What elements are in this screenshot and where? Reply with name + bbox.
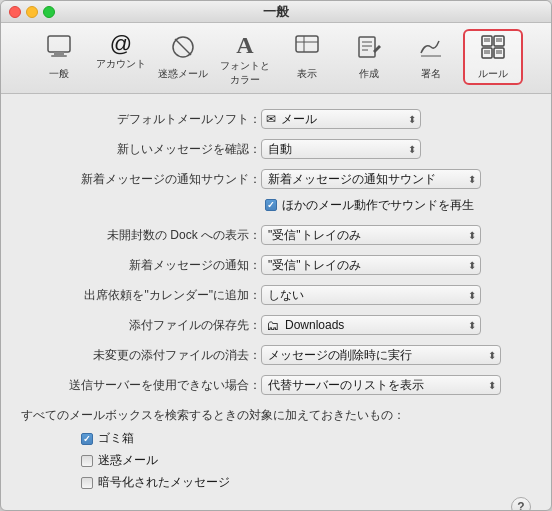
toolbar-item-fonts[interactable]: A フォントとカラー	[215, 29, 275, 91]
select-calendar-invite[interactable]: しない ⬍	[261, 285, 481, 305]
content-area: デフォルトメールソフト： ✉ メール ⬍ 新しいメッセージを確認： 自動 ⬍ 新…	[1, 94, 551, 510]
label-check-messages: 新しいメッセージを確認：	[21, 141, 261, 158]
select-arrow-icon8: ⬍	[488, 350, 496, 361]
signature-icon	[417, 33, 445, 65]
window-title: 一般	[263, 3, 289, 21]
compose-icon	[355, 33, 383, 65]
label-remove-attachments: 未変更の添付ファイルの消去：	[21, 347, 261, 364]
toolbar-item-compose[interactable]: 作成	[339, 29, 399, 85]
label-junk: 迷惑メール	[98, 452, 158, 469]
svg-rect-8	[359, 37, 375, 57]
general-icon	[45, 33, 73, 65]
toolbar-item-view[interactable]: 表示	[277, 29, 337, 85]
select-arrow-icon7: ⬍	[468, 320, 476, 331]
toolbar-label-compose: 作成	[359, 67, 379, 81]
select-new-notification-value: "受信"トレイのみ	[266, 257, 464, 274]
junk-icon	[169, 33, 197, 65]
row-check-messages: 新しいメッセージを確認： 自動 ⬍	[21, 138, 531, 160]
select-arrow-icon: ⬍	[408, 114, 416, 125]
select-default-mail[interactable]: ✉ メール ⬍	[261, 109, 421, 129]
label-calendar-invite: 出席依頼を"カレンダー"に追加：	[21, 287, 261, 304]
toolbar-item-general[interactable]: 一般	[29, 29, 89, 85]
toolbar-label-signature: 署名	[421, 67, 441, 81]
close-button[interactable]	[9, 6, 21, 18]
label-trash: ゴミ箱	[98, 430, 134, 447]
checkbox-row-trash: ゴミ箱	[81, 430, 531, 447]
select-check-messages[interactable]: 自動 ⬍	[261, 139, 421, 159]
toolbar-label-junk: 迷惑メール	[158, 67, 208, 81]
row-sound-checkbox: ほかのメール動作でサウンドを再生	[265, 194, 531, 216]
svg-rect-2	[51, 55, 67, 57]
label-sound-checkbox: ほかのメール動作でサウンドを再生	[282, 197, 474, 214]
toolbar-item-junk[interactable]: 迷惑メール	[153, 29, 213, 85]
row-notification-sound: 新着メッセージの通知サウンド： 新着メッセージの通知サウンド ⬍	[21, 168, 531, 190]
toolbar-item-rules[interactable]: ルール	[463, 29, 523, 85]
checkbox-sound[interactable]	[265, 199, 277, 211]
label-new-notification: 新着メッセージの通知：	[21, 257, 261, 274]
label-default-mail: デフォルトメールソフト：	[21, 111, 261, 128]
row-section-header: すべてのメールボックスを検索するときの対象に加えておきたいもの：	[21, 404, 531, 426]
row-remove-attachments: 未変更の添付ファイルの消去： メッセージの削除時に実行 ⬍	[21, 344, 531, 366]
toolbar-item-accounts[interactable]: @ アカウント	[91, 29, 151, 75]
svg-rect-5	[296, 36, 318, 52]
select-new-notification[interactable]: "受信"トレイのみ ⬍	[261, 255, 481, 275]
checkbox-row-junk: 迷惑メール	[81, 452, 531, 469]
minimize-button[interactable]	[26, 6, 38, 18]
select-dock-badge-value: "受信"トレイのみ	[266, 227, 464, 244]
checkbox-row-encrypted: 暗号化されたメッセージ	[81, 474, 531, 491]
accounts-icon: @	[110, 33, 132, 55]
help-row: ?	[21, 497, 531, 510]
row-new-notification: 新着メッセージの通知： "受信"トレイのみ ⬍	[21, 254, 531, 276]
traffic-lights	[9, 6, 55, 18]
help-button[interactable]: ?	[511, 497, 531, 510]
svg-rect-0	[48, 36, 70, 52]
select-arrow-icon6: ⬍	[468, 290, 476, 301]
checkbox-junk[interactable]	[81, 455, 93, 467]
row-calendar-invite: 出席依頼を"カレンダー"に追加： しない ⬍	[21, 284, 531, 306]
select-check-messages-value: 自動	[266, 141, 404, 158]
row-outgoing-server: 送信サーバーを使用できない場合： 代替サーバーのリストを表示 ⬍	[21, 374, 531, 396]
view-icon	[293, 33, 321, 65]
svg-rect-1	[54, 52, 64, 55]
label-notification-sound: 新着メッセージの通知サウンド：	[21, 171, 261, 188]
select-arrow-icon3: ⬍	[468, 174, 476, 185]
select-downloads-folder[interactable]: 🗂 Downloads ⬍	[261, 315, 481, 335]
toolbar-label-view: 表示	[297, 67, 317, 81]
checkbox-trash[interactable]	[81, 433, 93, 445]
titlebar: 一般	[1, 1, 551, 23]
svg-line-4	[175, 39, 191, 55]
checkbox-encrypted[interactable]	[81, 477, 93, 489]
select-notification-sound-value: 新着メッセージの通知サウンド	[266, 171, 464, 188]
toolbar-label-general: 一般	[49, 67, 69, 81]
checkbox-group: ゴミ箱 迷惑メール 暗号化されたメッセージ	[21, 430, 531, 491]
section-header-label: すべてのメールボックスを検索するときの対象に加えておきたいもの：	[21, 407, 405, 424]
label-outgoing-server: 送信サーバーを使用できない場合：	[21, 377, 261, 394]
select-outgoing-server-value: 代替サーバーのリストを表示	[266, 377, 484, 394]
toolbar: 一般 @ アカウント 迷惑メール A フォントとカラー	[1, 23, 551, 94]
label-dock-badge: 未開封数の Dock への表示：	[21, 227, 261, 244]
window: 一般 一般 @ アカウント	[0, 0, 552, 511]
select-arrow-icon2: ⬍	[408, 144, 416, 155]
select-default-mail-value: メール	[279, 111, 404, 128]
select-calendar-invite-value: しない	[266, 287, 464, 304]
toolbar-label-fonts: フォントとカラー	[217, 59, 273, 87]
fonts-icon: A	[236, 33, 253, 57]
row-default-mail: デフォルトメールソフト： ✉ メール ⬍	[21, 108, 531, 130]
select-arrow-icon4: ⬍	[468, 230, 476, 241]
row-dock-badge: 未開封数の Dock への表示： "受信"トレイのみ ⬍	[21, 224, 531, 246]
label-downloads-folder: 添付ファイルの保存先：	[21, 317, 261, 334]
select-notification-sound[interactable]: 新着メッセージの通知サウンド ⬍	[261, 169, 481, 189]
toolbar-label-accounts: アカウント	[96, 57, 146, 71]
select-downloads-folder-value: Downloads	[283, 318, 464, 332]
maximize-button[interactable]	[43, 6, 55, 18]
select-dock-badge[interactable]: "受信"トレイのみ ⬍	[261, 225, 481, 245]
select-remove-attachments[interactable]: メッセージの削除時に実行 ⬍	[261, 345, 501, 365]
select-arrow-icon9: ⬍	[488, 380, 496, 391]
toolbar-item-signature[interactable]: 署名	[401, 29, 461, 85]
select-outgoing-server[interactable]: 代替サーバーのリストを表示 ⬍	[261, 375, 501, 395]
select-remove-attachments-value: メッセージの削除時に実行	[266, 347, 484, 364]
label-encrypted: 暗号化されたメッセージ	[98, 474, 230, 491]
row-downloads-folder: 添付ファイルの保存先： 🗂 Downloads ⬍	[21, 314, 531, 336]
select-arrow-icon5: ⬍	[468, 260, 476, 271]
rules-icon	[479, 33, 507, 65]
